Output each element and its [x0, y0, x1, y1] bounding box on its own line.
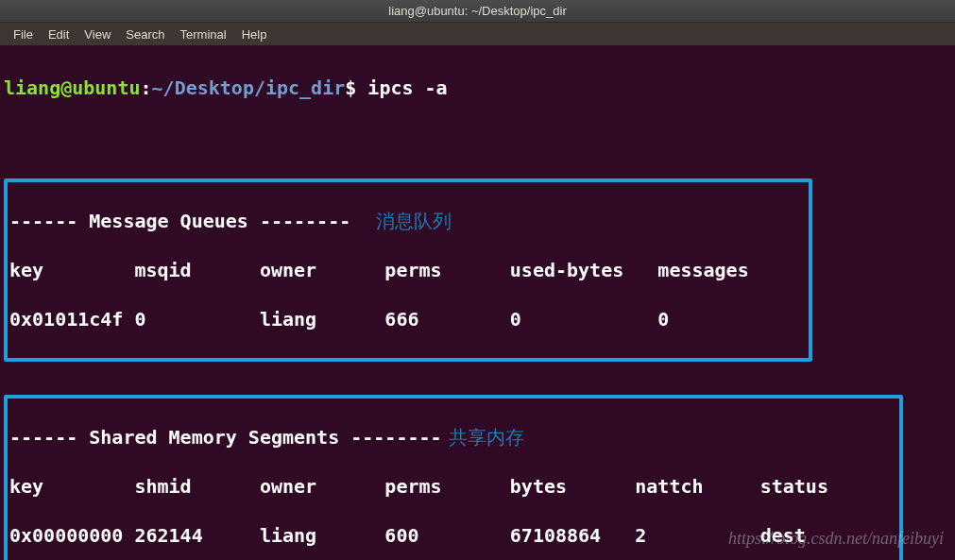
message-queues-box: ------ Message Queues --------消息队列 key m…	[4, 178, 812, 362]
menu-search[interactable]: Search	[118, 25, 172, 43]
prompt-path: ~/Desktop/ipc_dir	[152, 76, 346, 99]
msgq-row: 0x01011c4f 0 liang 666 0 0	[9, 307, 807, 331]
command-text: ipcs -a	[367, 76, 447, 99]
window-titlebar: liang@ubuntu: ~/Desktop/ipc_dir	[0, 0, 955, 23]
prompt-colon: :	[141, 76, 152, 99]
msgq-header-text: ------ Message Queues --------	[9, 210, 350, 232]
shm-header: ------ Shared Memory Segments --------共享…	[9, 425, 897, 450]
shm-columns: key shmid owner perms bytes nattch statu…	[9, 474, 897, 499]
prompt-dollar: $	[345, 76, 356, 99]
msgq-label: 消息队列	[376, 209, 452, 233]
shm-header-text: ------ Shared Memory Segments --------	[9, 426, 442, 449]
prompt-line-1: liang@ubuntu:~/Desktop/ipc_dir$ ipcs -a	[4, 76, 951, 100]
menu-edit[interactable]: Edit	[41, 25, 77, 43]
menubar: File Edit View Search Terminal Help	[0, 23, 955, 45]
menu-terminal[interactable]: Terminal	[173, 25, 234, 43]
terminal[interactable]: liang@ubuntu:~/Desktop/ipc_dir$ ipcs -a …	[0, 45, 955, 560]
menu-file[interactable]: File	[6, 25, 41, 43]
blank-line	[4, 125, 951, 149]
window-title: liang@ubuntu: ~/Desktop/ipc_dir	[388, 4, 566, 18]
msgq-columns: key msqid owner perms used-bytes message…	[9, 258, 807, 282]
msgq-header: ------ Message Queues --------消息队列	[9, 209, 807, 233]
menu-help[interactable]: Help	[234, 25, 275, 43]
menu-view[interactable]: View	[77, 25, 118, 43]
shm-label: 共享内存	[449, 425, 524, 450]
watermark: https://blog.csdn.net/nanfeibuyi	[728, 529, 944, 549]
prompt-userhost: liang@ubuntu	[4, 76, 141, 99]
